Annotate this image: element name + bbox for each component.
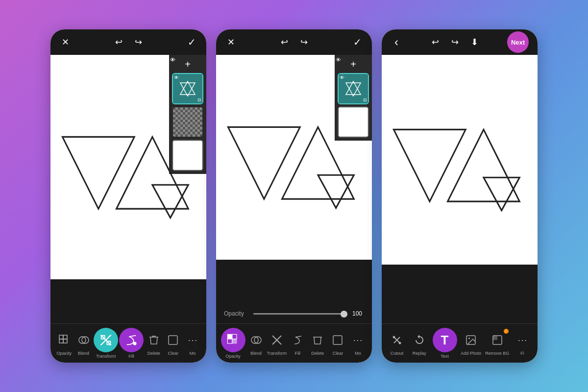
- fill-label-1: Fill: [128, 354, 134, 359]
- toolbar-2: Opacity Blend Transform Fill Delete: [216, 323, 372, 363]
- blend-label-1: Blend: [78, 351, 89, 356]
- fill-icon-1: [119, 328, 144, 352]
- svg-rect-23: [232, 339, 236, 343]
- clear-label-2: Clear: [333, 351, 343, 356]
- svg-rect-26: [333, 336, 342, 344]
- toolbar-opacity-1[interactable]: Opacity: [55, 331, 74, 356]
- svg-marker-4: [152, 185, 188, 218]
- undo-icon-3[interactable]: ↩: [429, 36, 441, 48]
- toolbar-1: Opacity Blend Transform Fill Delete: [50, 323, 206, 363]
- clear-icon-2: [328, 331, 347, 349]
- replay-label-3: Replay: [413, 351, 426, 356]
- check-icon-1[interactable]: ✓: [186, 36, 197, 48]
- svg-rect-14: [169, 336, 177, 344]
- next-button[interactable]: Next: [507, 31, 529, 53]
- opacity-slider-label: Opacity: [224, 310, 248, 317]
- svg-marker-16: [346, 83, 361, 96]
- redo-icon-1[interactable]: ↪: [132, 36, 144, 48]
- transform-icon-2: [268, 331, 286, 349]
- more-label-2: Mo: [355, 351, 361, 356]
- delete-label-1: Delete: [147, 351, 160, 356]
- clear-icon-1: [164, 331, 182, 349]
- layer-thumb-white-1: [173, 141, 202, 170]
- bottom-black-3: [382, 265, 538, 323]
- cutout-icon-3: [388, 331, 406, 349]
- svg-marker-27: [393, 130, 466, 202]
- toolbar-cutout-3[interactable]: Cutout: [388, 331, 406, 356]
- svg-marker-28: [448, 130, 520, 202]
- adjust-icon-2: ⊟: [363, 98, 367, 102]
- toolbar-text-3[interactable]: T Text: [433, 328, 457, 359]
- removebg-label-3: Remove BG: [485, 351, 509, 356]
- svg-marker-29: [484, 178, 519, 211]
- add-layer-button-1[interactable]: +: [185, 58, 191, 71]
- layers-panel-1: + 👁 ⊟ 👁 👁: [169, 55, 206, 174]
- toolbar-opacity-2[interactable]: Opacity: [221, 328, 245, 359]
- fi-label-3: Fi: [520, 351, 524, 356]
- layer-item-2-2[interactable]: [338, 106, 369, 138]
- back-icon-3[interactable]: ‹: [391, 36, 402, 48]
- check-icon-2[interactable]: ✓: [351, 36, 363, 48]
- phone-frame-3: ‹ ↩ ↪ ⬇ Next Cutout: [382, 29, 538, 363]
- top-bar-1: ✕ ↩ ↪ ✓: [50, 29, 206, 55]
- toolbar-replay-3[interactable]: Replay: [410, 331, 429, 356]
- clear-label-1: Clear: [168, 351, 179, 356]
- undo-icon-2[interactable]: ↩: [278, 36, 290, 48]
- layer-item-2-1[interactable]: 👁 ⊟: [338, 73, 369, 104]
- toolbar-clear-2[interactable]: Clear: [328, 331, 347, 356]
- toolbar-addphoto-3[interactable]: Add Photo: [461, 331, 481, 356]
- more-label-1: Mo: [190, 351, 196, 356]
- more-icon-1: ⋯: [183, 331, 202, 349]
- toolbar-fill-2[interactable]: Fill: [288, 331, 307, 356]
- layer-item-1-1[interactable]: 👁 ⊟: [172, 73, 203, 104]
- addphoto-icon-3: [462, 331, 480, 349]
- toolbar-clear-1[interactable]: Clear: [164, 331, 182, 356]
- toolbar-delete-2[interactable]: Delete: [308, 331, 327, 356]
- redo-icon-3[interactable]: ↪: [449, 36, 461, 48]
- toolbar-blend-1[interactable]: Blend: [74, 331, 93, 356]
- layer-eye-icon-2-2: 👁: [336, 57, 343, 65]
- opacity-slider-track[interactable]: [253, 313, 347, 315]
- toolbar-fill-1[interactable]: Fill: [119, 328, 144, 359]
- layers-panel-2: + 👁 ⊟ 👁: [335, 55, 372, 141]
- blend-icon-1: [74, 331, 93, 349]
- transform-label-1: Transform: [96, 354, 116, 359]
- add-layer-button-2[interactable]: +: [350, 58, 356, 71]
- toolbar-3: Cutout Replay T Text Add Photo ! Re: [382, 323, 538, 363]
- blend-icon-2: [247, 331, 266, 349]
- redo-icon-2[interactable]: ↪: [298, 36, 310, 48]
- layer-item-1-2[interactable]: [172, 106, 203, 138]
- blend-label-2: Blend: [250, 351, 262, 356]
- toolbar-removebg-3[interactable]: ! Remove BG: [485, 331, 509, 356]
- svg-marker-15: [346, 81, 361, 95]
- toolbar-blend-2[interactable]: Blend: [247, 331, 266, 356]
- svg-rect-35: [493, 336, 497, 340]
- toolbar-transform-2[interactable]: Transform: [267, 331, 287, 356]
- svg-point-31: [398, 342, 401, 344]
- fill-icon-2: [288, 331, 307, 349]
- canvas-area-3: [382, 55, 538, 265]
- toolbar-more-1[interactable]: ⋯ Mo: [183, 331, 202, 356]
- svg-rect-5: [59, 335, 63, 339]
- layer-item-1-3[interactable]: [172, 140, 203, 171]
- toolbar-more-2[interactable]: ⋯ Mo: [348, 331, 367, 356]
- next-label: Next: [511, 39, 525, 46]
- layer-eye-icon-1-1: 👁: [174, 75, 182, 83]
- layer-eye-icon-1-3: 👁: [170, 57, 178, 65]
- more-icon-2: ⋯: [348, 331, 367, 349]
- undo-icon-1[interactable]: ↩: [113, 36, 124, 48]
- fill-label-2: Fill: [295, 351, 301, 356]
- close-icon-1[interactable]: ✕: [59, 36, 71, 48]
- layer-thumb-checker-1: [173, 107, 202, 137]
- toolbar-delete-1[interactable]: Delete: [145, 331, 163, 356]
- close-icon-2[interactable]: ✕: [225, 36, 237, 48]
- toolbar-fi-3[interactable]: ⋯ Fi: [513, 331, 532, 356]
- opacity-value-label: 100: [352, 310, 364, 317]
- svg-rect-20: [227, 334, 232, 339]
- download-icon-3[interactable]: ⬇: [468, 36, 480, 48]
- top-bar-2: ✕ ↩ ↪ ✓: [216, 29, 372, 55]
- opacity-icon-2: [221, 328, 245, 352]
- opacity-slider-thumb[interactable]: [341, 311, 347, 318]
- svg-rect-6: [63, 335, 67, 339]
- toolbar-transform-1[interactable]: Transform: [94, 328, 118, 359]
